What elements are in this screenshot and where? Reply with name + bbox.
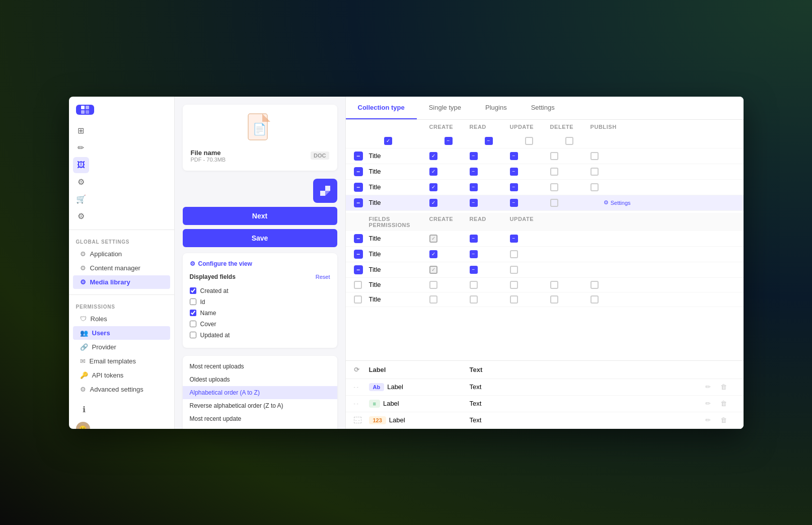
strapi-logo-btn[interactable]: [313, 179, 337, 203]
extra2-read-cb[interactable]: [470, 295, 478, 304]
extra1-publish-cb[interactable]: [590, 281, 599, 289]
field-cover[interactable]: Cover: [190, 319, 330, 330]
field-cover-cb[interactable]: [190, 321, 196, 327]
sidebar-item-content-manager[interactable]: ⚙ Content manager: [73, 261, 170, 275]
extra1-read-cb[interactable]: [470, 281, 478, 289]
fields-row2-read-cb[interactable]: −: [470, 250, 478, 258]
fields-row1-read-cb[interactable]: −: [470, 235, 478, 243]
row1-minus-btn[interactable]: −: [354, 152, 363, 161]
extra1-update-cb[interactable]: [510, 281, 518, 289]
row2-delete-cb[interactable]: [550, 168, 558, 176]
top-publish-cb[interactable]: [565, 137, 573, 145]
row2-publish-cb[interactable]: [590, 168, 599, 176]
row3-publish-cb[interactable]: [590, 183, 599, 191]
extra2-update-cb[interactable]: [510, 295, 518, 304]
extra2-delete-cb[interactable]: [550, 295, 558, 304]
fields-row3-read-cb[interactable]: −: [470, 266, 478, 274]
fields-row2-create-cb[interactable]: ✓: [429, 250, 437, 258]
avatar[interactable]: 😊: [76, 422, 90, 429]
row2-read-cb[interactable]: −: [470, 168, 478, 176]
sidebar-icon-store[interactable]: 🛒: [73, 191, 89, 207]
bottom-row1-edit-btn[interactable]: ✏: [705, 383, 720, 391]
field-created-at[interactable]: Created at: [190, 285, 330, 296]
row3-delete-cb[interactable]: [550, 183, 558, 191]
row4-update-cb[interactable]: −: [510, 199, 518, 207]
sort-alphabetical-desc[interactable]: Reverse alphabetical order (Z to A): [183, 399, 337, 412]
row1-read-cb[interactable]: −: [470, 152, 478, 160]
sidebar-item-media-library[interactable]: ⚙ Media library: [73, 275, 170, 289]
extra2-publish-cb[interactable]: [590, 295, 599, 304]
sidebar-item-users[interactable]: 👥 Users: [73, 326, 170, 340]
row1-publish-cb[interactable]: [590, 152, 599, 160]
sidebar-icon-layers[interactable]: ⊞: [73, 123, 89, 139]
field-name-cb[interactable]: [190, 310, 196, 316]
bottom-row2-del-btn[interactable]: 🗑: [720, 400, 735, 407]
info-icon-btn[interactable]: ℹ: [76, 402, 92, 418]
sidebar-item-roles[interactable]: 🛡 Roles: [73, 312, 170, 326]
bottom-row1-del-btn[interactable]: 🗑: [720, 383, 735, 391]
bottom-row2-edit-btn[interactable]: ✏: [705, 400, 720, 407]
top-delete-cb[interactable]: [525, 137, 533, 145]
extra2-global-cb[interactable]: [354, 295, 362, 304]
sidebar-item-advanced-settings[interactable]: ⚙ Advanced settings: [73, 383, 170, 396]
sort-most-recent-update[interactable]: Most recent update: [183, 412, 337, 425]
field-id-cb[interactable]: [190, 298, 196, 305]
save-button[interactable]: Save: [183, 229, 337, 247]
field-updated-at-cb[interactable]: [190, 332, 196, 338]
reset-link[interactable]: Reset: [316, 274, 330, 280]
top-update-cb[interactable]: −: [485, 137, 493, 145]
row4-create-cb[interactable]: ✓: [429, 199, 437, 207]
fields-row3-create-cb[interactable]: ✓: [429, 266, 437, 274]
fields-row3-minus-btn[interactable]: −: [354, 265, 363, 274]
row4-settings-link[interactable]: ⚙ Settings: [604, 199, 631, 206]
next-button[interactable]: Next: [183, 207, 337, 225]
row3-minus-btn[interactable]: −: [354, 183, 363, 192]
sidebar-icon-settings[interactable]: ⚙: [73, 174, 89, 190]
tab-collection-type[interactable]: Collection type: [346, 97, 417, 119]
sidebar-icon-media[interactable]: 🖼: [73, 157, 89, 173]
field-updated-at[interactable]: Updated at: [190, 330, 330, 341]
tab-plugins[interactable]: Plugins: [473, 97, 519, 119]
bottom-row3-del-btn[interactable]: 🗑: [720, 416, 735, 424]
field-name[interactable]: Name: [190, 308, 330, 319]
top-create-cb[interactable]: ✓: [384, 137, 392, 145]
row1-delete-cb[interactable]: [550, 152, 558, 160]
row1-create-cb[interactable]: ✓: [429, 152, 437, 160]
sidebar-item-provider[interactable]: 🔗 Provider: [73, 340, 170, 354]
sort-alphabetical-asc[interactable]: Alphabetical order (A to Z): [183, 386, 337, 399]
tab-settings[interactable]: Settings: [519, 97, 567, 119]
sidebar-item-api-tokens[interactable]: 🔑 API tokens: [73, 368, 170, 382]
sidebar-item-email-templates[interactable]: ✉ Email templates: [73, 354, 170, 368]
row3-create-cb[interactable]: ✓: [429, 183, 437, 191]
row2-create-cb[interactable]: ✓: [429, 168, 437, 176]
tab-single-type[interactable]: Single type: [417, 97, 473, 119]
sort-oldest-uploads[interactable]: Oldest uploads: [183, 373, 337, 386]
field-id[interactable]: Id: [190, 296, 330, 308]
fields-row1-create-cb[interactable]: ✓: [429, 235, 437, 243]
row4-read-cb[interactable]: −: [470, 199, 478, 207]
row2-minus-btn[interactable]: −: [354, 167, 363, 176]
fields-row2-update-cb[interactable]: [510, 250, 518, 258]
row3-read-cb[interactable]: −: [470, 183, 478, 191]
sidebar-item-application[interactable]: ⚙ Application: [73, 247, 170, 261]
fields-row2-minus-btn[interactable]: −: [354, 250, 363, 259]
sort-most-recent-uploads[interactable]: Most recent uploads: [183, 360, 337, 373]
configure-view-btn[interactable]: ⚙ Configure the view: [190, 260, 330, 267]
app-logo[interactable]: [76, 105, 94, 115]
row1-update-cb[interactable]: −: [510, 152, 518, 160]
top-read-cb[interactable]: −: [445, 137, 453, 145]
row3-update-cb[interactable]: −: [510, 183, 518, 191]
sidebar-icon-edit[interactable]: ✏: [73, 140, 89, 156]
row4-minus-btn[interactable]: −: [354, 198, 363, 207]
extra1-delete-cb[interactable]: [550, 281, 558, 289]
sidebar-icon-config[interactable]: ⚙: [73, 208, 89, 224]
sort-oldest-update[interactable]: Oldest update: [183, 425, 337, 429]
extra1-global-cb[interactable]: [354, 281, 362, 289]
field-created-at-cb[interactable]: [190, 287, 196, 294]
row2-update-cb[interactable]: −: [510, 168, 518, 176]
fields-row1-update-cb[interactable]: −: [510, 235, 518, 243]
row4-delete-cb[interactable]: [550, 199, 558, 207]
extra2-create-cb[interactable]: [429, 295, 437, 304]
extra1-create-cb[interactable]: [429, 281, 437, 289]
fields-row3-update-cb[interactable]: [510, 266, 518, 274]
